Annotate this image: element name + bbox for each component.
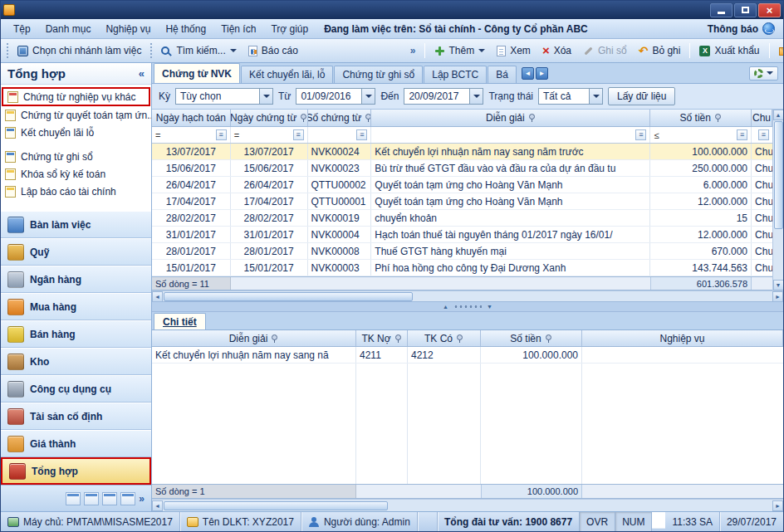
module-ngan-hang[interactable]: Ngân hàng [1,266,151,293]
pin-icon[interactable] [394,334,402,343]
detail-horizontal-scrollbar[interactable]: ◄ ► [152,499,783,511]
tab-chung-tu-ghi-so[interactable]: Chứng từ ghi sổ [334,66,423,83]
sidebar-item-chung-tu-nghiep-vu-khac[interactable]: Chứng từ nghiệp vụ khác [2,87,150,106]
close-button[interactable]: × [758,3,781,17]
filter-button-icon[interactable]: ≡ [216,129,227,140]
pin-icon[interactable] [545,334,552,343]
feedback-button[interactable]: Phản hồi [774,42,784,59]
toolbar-overflow-button[interactable]: » [406,45,420,56]
header-doc-date[interactable]: Ngày chứng từ [231,110,308,126]
unpost-button[interactable]: ↶ Bỏ ghi [634,42,686,59]
table-row[interactable]: 26/04/2017 26/04/2017 QTTU00002 Quyết to… [152,177,772,193]
header-extra[interactable]: Chu [752,110,772,126]
table-row[interactable]: 15/01/2017 15/01/2017 NVK00003 Phí hoa h… [152,260,772,276]
header-description[interactable]: Diễn giải [152,330,356,346]
dropdown-button[interactable] [589,89,602,104]
tab-scroll-left-button[interactable]: ◄ [522,67,534,80]
panel-splitter[interactable]: ▲ ▼ [152,301,783,312]
tab-lap-bctc[interactable]: Lập BCTC [424,66,487,83]
header-description[interactable]: Diễn giải [371,110,650,126]
notification-button[interactable]: Thông báo [708,22,778,35]
maximize-button[interactable] [734,3,757,17]
scroll-up-button[interactable]: ▲ [773,110,784,120]
header-amount[interactable]: Số tiền [650,110,752,126]
header-credit-account[interactable]: TK Có [408,330,481,346]
sidebar-item-ket-chuyen-lai-lo[interactable]: Kết chuyển lãi lỗ [1,124,151,141]
filter-button-icon[interactable]: ≡ [737,129,747,140]
menu-tien-ich[interactable]: Tiện ích [213,21,263,37]
header-debit-account[interactable]: TK Nợ [356,330,408,346]
sidebar-item-lap-bao-cao-tai-chinh[interactable]: Lập báo cáo tài chính [1,183,151,200]
view-button[interactable]: Xem [492,42,536,59]
panel-layout-icon[interactable] [120,492,135,505]
tab-ket-chuyen-lai-lo[interactable]: Kết chuyển lãi, lỗ [241,66,333,83]
pin-icon[interactable] [456,334,463,343]
status-select[interactable]: Tất cả [538,88,603,105]
scroll-right-button[interactable]: ► [772,291,783,302]
header-doc-no[interactable]: Số chứng từ [308,110,372,126]
vertical-scrollbar[interactable]: ▲ ▼ [772,110,783,290]
module-cong-cu-dung-cu[interactable]: Công cụ dụng cụ [1,375,151,403]
module-tong-hop[interactable]: Tổng hợp [1,457,151,485]
menu-nghiep-vu[interactable]: Nghiệp vụ [98,21,158,37]
header-amount[interactable]: Số tiền [481,330,582,346]
report-button[interactable]: Báo cáo [243,42,303,59]
pin-icon[interactable] [528,114,536,122]
menu-danh-muc[interactable]: Danh mục [38,21,99,37]
module-ban-hang[interactable]: Bán hàng [1,320,151,348]
filter-button-icon[interactable]: ≡ [758,129,769,140]
grid-settings-button[interactable] [749,66,778,81]
add-button[interactable]: Thêm [429,42,491,59]
module-gia-thanh[interactable]: Giá thành [1,430,151,457]
header-business[interactable]: Nghiệp vụ [582,330,783,346]
filter-operator[interactable]: = [155,130,160,140]
dropdown-button[interactable] [469,89,483,104]
table-row[interactable]: 13/07/2017 13/07/2017 NVK00024 Kết chuyể… [152,144,772,160]
collapse-sidebar-button[interactable]: « [139,67,145,80]
table-row[interactable]: 28/01/2017 28/01/2017 NVK00008 Thuế GTGT… [152,243,772,260]
tab-scroll-right-button[interactable]: ► [536,67,548,80]
menu-he-thong[interactable]: Hệ thống [158,21,213,37]
scrollbar-thumb[interactable] [164,501,388,510]
scrollbar-thumb[interactable] [164,292,413,301]
tab-ba-truncated[interactable]: Bá [488,66,517,83]
table-row[interactable]: 17/04/2017 17/04/2017 QTTU00001 Quyết to… [152,193,772,210]
horizontal-scrollbar[interactable]: ◄ ► [152,290,783,301]
export-button[interactable]: X Xuất khẩu [694,42,764,59]
tab-chung-tu-nvk[interactable]: Chứng từ NVK [154,63,240,83]
scrollbar-thumb[interactable] [774,121,783,229]
menu-tep[interactable]: Tệp [6,21,38,37]
search-button[interactable]: Tìm kiếm... [156,42,241,59]
sidebar-item-chung-tu-quyet-toan[interactable]: Chứng từ quyết toán tạm ứn... [1,106,151,124]
module-mua-hang[interactable]: Mua hàng [1,293,151,320]
tab-chi-tiet[interactable]: Chi tiết [154,313,206,329]
filter-operator[interactable]: ≤ [654,130,659,140]
pin-icon[interactable] [365,114,371,122]
detail-row[interactable]: Kết chuyển lợi nhuận năm nay sang nă 421… [152,347,783,364]
choose-branch-button[interactable]: Chọn chi nhánh làm việc [12,42,146,59]
filter-button-icon[interactable]: ≡ [635,129,646,140]
scroll-right-button[interactable]: ► [772,500,783,511]
scroll-left-button[interactable]: ◄ [152,291,163,302]
more-modules-button[interactable]: » [139,493,145,505]
table-row[interactable]: 28/02/2017 28/02/2017 NVK00019 chuyển kh… [152,210,772,227]
to-date-input[interactable]: 20/09/2017 [404,88,483,105]
sidebar-item-chung-tu-ghi-so[interactable]: Chứng từ ghi sổ [1,148,151,165]
period-select[interactable]: Tùy chọn [175,88,273,105]
panel-layout-icon[interactable] [102,492,117,505]
dropdown-button[interactable] [259,89,272,104]
pin-icon[interactable] [300,114,307,122]
panel-layout-icon[interactable] [66,492,81,505]
table-row[interactable]: 31/01/2017 31/01/2017 NVK00004 Hạch toán… [152,227,772,243]
module-kho[interactable]: Kho [1,348,151,375]
filter-button-icon[interactable]: ≡ [293,129,304,140]
table-row[interactable]: 15/06/2017 15/06/2017 NVK00023 Bù trừ th… [152,160,772,177]
module-quy[interactable]: Quỹ [1,238,151,266]
module-ban-lam-viec[interactable]: Bàn làm việc [1,211,151,238]
dropdown-button[interactable] [361,89,375,104]
module-tai-san-co-dinh[interactable]: Tài sản cố định [1,403,151,430]
filter-operator[interactable]: = [234,130,239,140]
get-data-button[interactable]: Lấy dữ liệu [608,87,675,105]
scroll-left-button[interactable]: ◄ [152,500,163,511]
header-posting-date[interactable]: Ngày hạch toán [152,110,231,126]
